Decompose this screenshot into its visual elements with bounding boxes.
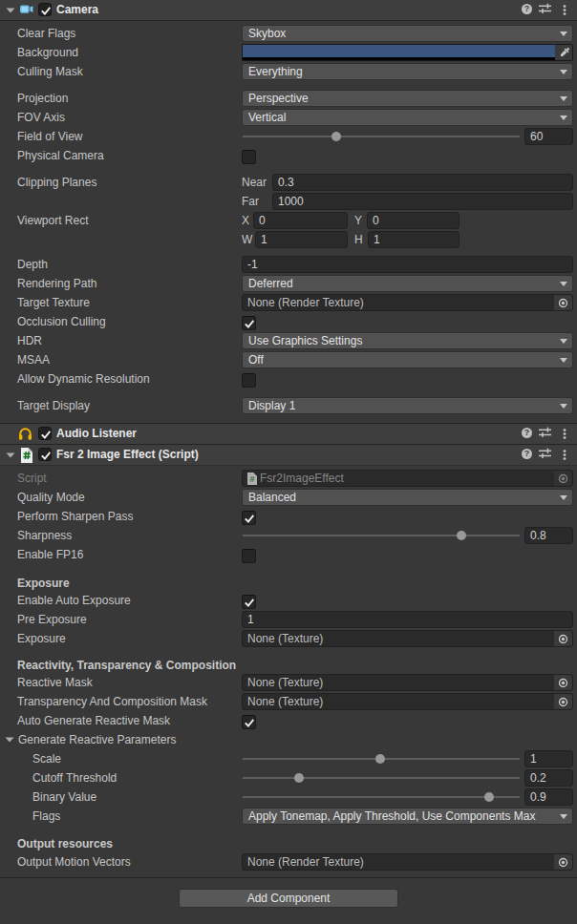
svg-text:#: #	[249, 474, 254, 484]
